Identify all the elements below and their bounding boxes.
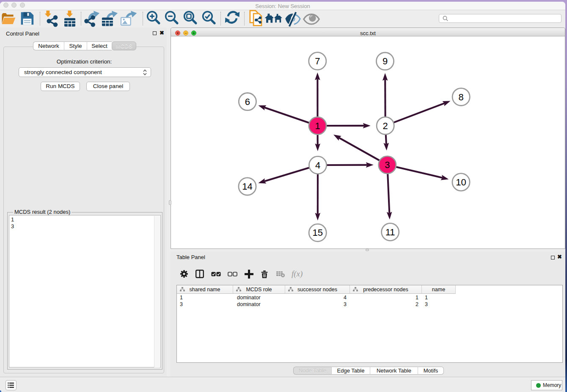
svg-text:3: 3 (385, 160, 390, 170)
svg-text:11: 11 (385, 227, 395, 237)
svg-text:2: 2 (383, 121, 388, 131)
svg-text:15: 15 (312, 227, 322, 238)
svg-text:7: 7 (315, 56, 320, 66)
svg-text:14: 14 (242, 181, 252, 192)
svg-text:1: 1 (315, 121, 320, 131)
svg-text:8: 8 (459, 92, 464, 102)
svg-text:9: 9 (383, 56, 388, 66)
svg-text:10: 10 (456, 177, 466, 188)
svg-text:6: 6 (245, 97, 250, 107)
svg-text:4: 4 (315, 160, 320, 171)
